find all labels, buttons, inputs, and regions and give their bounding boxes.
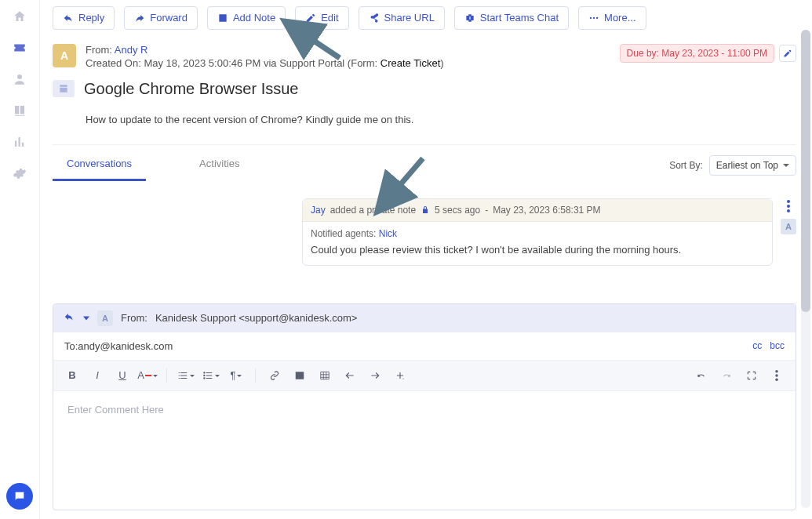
svg-point-12 [775,378,778,381]
compose-to-label: To: [64,340,78,352]
svg-point-4 [787,205,790,208]
comment-editor[interactable] [53,391,796,510]
svg-point-7 [203,374,205,376]
note-menu-button[interactable] [782,198,795,214]
image-button[interactable] [289,365,311,386]
private-note-card: Jay added a private note 5 secs ago - Ma… [302,198,773,266]
svg-point-1 [593,17,595,19]
due-by-badge: Due by: May 23, 2023 - 11:00 PM [620,44,774,63]
forward-button[interactable]: Forward [124,6,198,30]
tickets-icon[interactable] [13,41,27,55]
reply-composer: A From: Kanidesk Support <support@kanide… [53,303,796,510]
share-url-button[interactable]: Share URL [359,6,445,30]
contacts-icon[interactable] [13,72,27,86]
note-added-label: added a private note [330,205,416,216]
forward-label: Forward [150,12,188,24]
form-icon [53,80,75,97]
unordered-list-button[interactable] [200,365,222,386]
add-note-button[interactable]: Add Note [207,6,286,30]
tabs: Conversations Activities [53,150,253,181]
ticket-title: Google Chrome Browser Issue [84,80,298,98]
tab-activities[interactable]: Activities [185,150,253,181]
lock-icon [421,205,430,215]
form-link[interactable]: Create Ticket [381,57,441,69]
ticket-header: A From: Andy R Created On: May 18, 2023 … [53,44,796,69]
add-note-label: Add Note [233,12,275,24]
note-agent-avatar: A [781,219,796,234]
scrollbar-thumb[interactable] [801,30,810,312]
note-author[interactable]: Jay [311,205,326,216]
sidebar [0,0,39,519]
tab-conversations[interactable]: Conversations [53,150,146,181]
fullscreen-button[interactable] [741,365,763,386]
italic-button[interactable]: I [86,365,108,386]
created-suffix: ) [440,57,443,69]
svg-point-8 [203,377,205,379]
reply-button[interactable]: Reply [53,6,115,30]
cc-button[interactable]: cc [752,340,762,351]
requester-name[interactable]: Andy R [115,44,148,56]
notified-label: Notified agents: [311,228,379,239]
compose-from-avatar: A [97,310,113,326]
ticket-body: How to update to the recent version of C… [86,114,796,125]
indent-button[interactable] [364,365,386,386]
link-button[interactable] [264,365,286,386]
underline-button[interactable]: U [111,365,133,386]
knowledge-icon[interactable] [13,103,27,118]
compose-to-value[interactable]: andy@kanidesk.com [78,340,173,352]
share-label: Share URL [384,12,435,24]
redo-button[interactable] [716,365,737,386]
notified-agent[interactable]: Nick [379,228,397,239]
svg-point-3 [787,200,790,203]
note-text: Could you please review this ticket? I w… [311,244,764,256]
svg-point-9 [403,378,404,379]
main-panel: Reply Forward Add Note Edit Share URL St… [39,0,812,519]
reply-mode-icon[interactable] [63,311,75,325]
svg-point-0 [590,17,592,19]
chat-fab-button[interactable] [6,483,33,510]
action-toolbar: Reply Forward Add Note Edit Share URL St… [53,6,796,30]
reply-label: Reply [78,12,104,24]
reports-icon[interactable] [13,135,27,149]
edit-button[interactable]: Edit [295,6,348,30]
svg-point-5 [787,209,790,212]
note-relative-time: 5 secs ago [435,205,480,216]
teams-label: Start Teams Chat [480,12,559,24]
compose-from-label: From: [121,312,147,324]
note-timestamp: May 23, 2023 6:58:31 PM [493,205,600,216]
bold-button[interactable]: B [61,365,83,386]
reply-mode-caret-icon[interactable] [83,312,89,324]
editor-toolbar: B I U A ¶ [53,361,796,391]
edit-label: Edit [321,12,338,24]
settings-gear-icon[interactable] [13,166,27,180]
ordered-list-button[interactable] [175,365,197,386]
svg-point-10 [775,370,778,373]
compose-from-value: Kanidesk Support <support@kanidesk.com> [155,312,357,324]
toolbar-more-button[interactable] [766,365,788,386]
home-icon[interactable] [13,9,27,24]
paragraph-button[interactable]: ¶ [225,365,247,386]
divider [53,144,796,145]
insert-more-button[interactable] [389,365,411,386]
svg-point-11 [775,374,778,377]
font-color-button[interactable]: A [137,365,158,386]
table-button[interactable] [314,365,336,386]
svg-point-2 [596,17,598,19]
created-prefix: Created On: [86,57,144,69]
note-dash: - [485,205,488,216]
created-value: May 18, 2023 5:00:46 PM via Support Port… [144,57,380,69]
sort-label: Sort By: [669,160,703,171]
svg-point-6 [203,372,205,373]
outdent-button[interactable] [339,365,361,386]
edit-due-button[interactable] [779,45,796,62]
teams-chat-button[interactable]: Start Teams Chat [454,6,569,30]
requester-avatar: A [53,44,76,67]
more-label: More... [604,12,635,24]
sort-select[interactable]: Earliest on Top [709,155,796,176]
more-button[interactable]: More... [578,6,646,30]
undo-button[interactable] [690,365,712,386]
bcc-button[interactable]: bcc [770,340,785,351]
from-label: From: [86,44,115,56]
